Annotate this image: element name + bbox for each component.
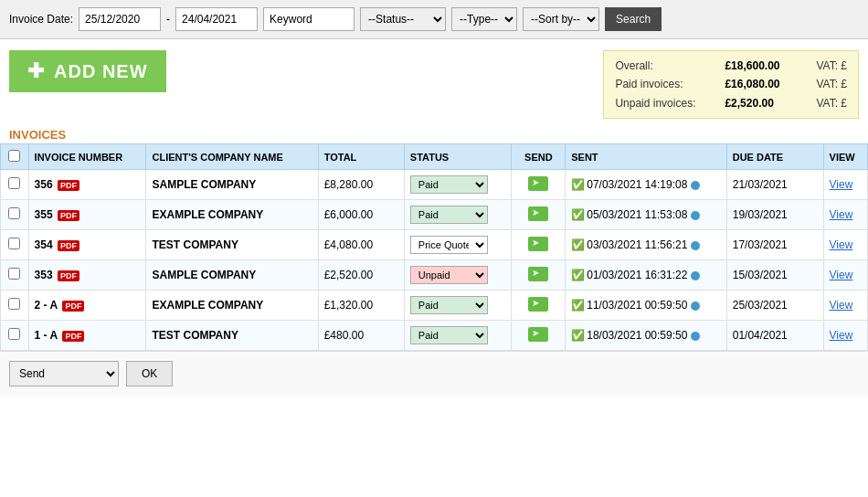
company-name-cell: EXAMPLE COMPANY [146, 291, 318, 321]
send-cell [512, 200, 566, 230]
company-name: SAMPLE COMPANY [152, 269, 256, 281]
invoice-number-cell: 354 PDF [28, 230, 146, 260]
view-link[interactable]: View [830, 238, 853, 251]
header-total: TOTAL [318, 144, 404, 170]
due-date-cell: 25/03/2021 [726, 291, 823, 321]
sent-dot[interactable] [691, 332, 700, 341]
keyword-input[interactable] [263, 7, 355, 31]
pdf-icon[interactable]: PDF [58, 270, 79, 281]
select-all-checkbox[interactable] [8, 150, 20, 162]
invoice-number-cell: 1 - A PDF [28, 321, 146, 351]
status-dropdown[interactable]: PaidUnpaidPrice Quote [410, 206, 488, 224]
total-amount: £8,280.00 [324, 178, 373, 191]
pdf-icon[interactable]: PDF [58, 240, 79, 251]
view-link[interactable]: View [830, 208, 853, 221]
total-cell: £8,280.00 [318, 170, 404, 200]
due-date: 01/04/2021 [733, 329, 788, 342]
invoice-date-label: Invoice Date: [9, 13, 73, 26]
due-date: 15/03/2021 [733, 269, 788, 281]
view-link[interactable]: View [830, 299, 853, 312]
header-checkbox-col [1, 144, 29, 170]
invoice-number: 2 - A [35, 299, 58, 312]
date-to-input[interactable] [175, 7, 258, 31]
status-cell: PaidUnpaidPrice Quote [404, 200, 512, 230]
row-checkbox[interactable] [8, 268, 20, 280]
send-icon[interactable] [528, 297, 548, 312]
row-checkbox-cell [1, 230, 29, 260]
search-button[interactable]: Search [605, 7, 662, 31]
send-cell [512, 321, 566, 351]
row-checkbox[interactable] [8, 207, 20, 219]
total-cell: £1,320.00 [318, 291, 404, 321]
sent-dot[interactable] [691, 241, 700, 250]
sort-select[interactable]: --Sort by-- [523, 7, 599, 31]
add-new-section: ✚ ADD NEW Overall: £18,600.00 VAT: £ Pai… [0, 39, 868, 122]
date-from-input[interactable] [79, 7, 161, 31]
status-dropdown[interactable]: PaidUnpaidPrice Quote [410, 236, 488, 254]
sent-dot[interactable] [691, 271, 700, 280]
pdf-icon[interactable]: PDF [62, 331, 84, 342]
invoice-table: INVOICE NUMBER CLIENT'S COMPANY NAME TOT… [0, 143, 868, 351]
sent-checkmark: ✅ [571, 208, 585, 221]
view-cell: View [823, 260, 867, 291]
sent-dot[interactable] [691, 301, 700, 311]
row-checkbox[interactable] [8, 298, 20, 310]
invoice-number-cell: 356 PDF [28, 170, 146, 200]
row-checkbox[interactable] [8, 177, 20, 189]
send-cell [512, 230, 566, 260]
view-cell: View [823, 230, 867, 260]
sent-dot[interactable] [691, 181, 700, 190]
send-icon[interactable] [528, 327, 548, 342]
invoice-number: 1 - A [35, 329, 58, 342]
status-dropdown[interactable]: PaidUnpaidPrice Quote [410, 326, 488, 344]
row-checkbox[interactable] [8, 238, 20, 249]
total-cell: £480.00 [318, 321, 404, 351]
send-icon[interactable] [528, 267, 548, 281]
add-new-button[interactable]: ✚ ADD NEW [9, 50, 166, 92]
sent-dot[interactable] [691, 211, 700, 220]
status-select[interactable]: --Status-- Paid Unpaid Price Quote [360, 7, 446, 31]
view-link[interactable]: View [830, 329, 853, 342]
total-amount: £6,000.00 [324, 208, 373, 221]
sent-cell: ✅18/03/2021 00:59:50 [566, 321, 726, 351]
sent-timestamp: 07/03/2021 14:19:08 [587, 178, 687, 191]
sent-cell: ✅05/03/2021 11:53:08 [566, 200, 726, 230]
status-cell: PaidUnpaidPrice Quote [404, 321, 512, 351]
bulk-action-select[interactable]: Send Download Delete [9, 361, 119, 386]
unpaid-amount: £2,520.00 [725, 94, 807, 112]
view-link[interactable]: View [830, 178, 853, 191]
sent-checkmark: ✅ [571, 299, 585, 312]
sent-checkmark: ✅ [571, 329, 585, 342]
pdf-icon[interactable]: PDF [58, 210, 79, 221]
sent-cell: ✅03/03/2021 11:56:21 [566, 230, 726, 260]
company-name: EXAMPLE COMPANY [152, 208, 263, 221]
view-cell: View [823, 170, 867, 200]
ok-button[interactable]: OK [126, 361, 173, 386]
send-icon[interactable] [528, 237, 548, 251]
row-checkbox[interactable] [8, 328, 20, 340]
row-checkbox-cell [1, 260, 29, 291]
pdf-icon[interactable]: PDF [62, 301, 84, 312]
overall-label: Overall: [615, 57, 715, 75]
send-cell [512, 260, 566, 291]
send-icon[interactable] [528, 206, 548, 221]
header-send: SEND [512, 144, 566, 170]
due-date-cell: 21/03/2021 [726, 170, 823, 200]
pdf-icon[interactable]: PDF [58, 180, 79, 191]
table-row: 1 - A PDFTEST COMPANY£480.00PaidUnpaidPr… [1, 321, 868, 351]
sent-timestamp: 05/03/2021 11:53:08 [587, 208, 687, 221]
company-name-cell: TEST COMPANY [146, 230, 318, 260]
total-cell: £2,520.00 [318, 260, 404, 291]
sent-cell: ✅11/03/2021 00:59:50 [566, 291, 726, 321]
company-name-cell: SAMPLE COMPANY [146, 260, 318, 291]
header-due-date: DUE DATE [726, 144, 823, 170]
type-select[interactable]: --Type-- [451, 7, 517, 31]
invoice-number: 353 [35, 269, 53, 281]
status-dropdown[interactable]: PaidUnpaidPrice Quote [410, 175, 488, 194]
status-dropdown[interactable]: PaidUnpaidPrice Quote [410, 266, 488, 284]
send-icon[interactable] [528, 176, 548, 191]
due-date-cell: 15/03/2021 [726, 260, 823, 291]
status-dropdown[interactable]: PaidUnpaidPrice Quote [410, 296, 488, 314]
paid-label: Paid invoices: [615, 75, 715, 93]
view-link[interactable]: View [830, 269, 853, 281]
